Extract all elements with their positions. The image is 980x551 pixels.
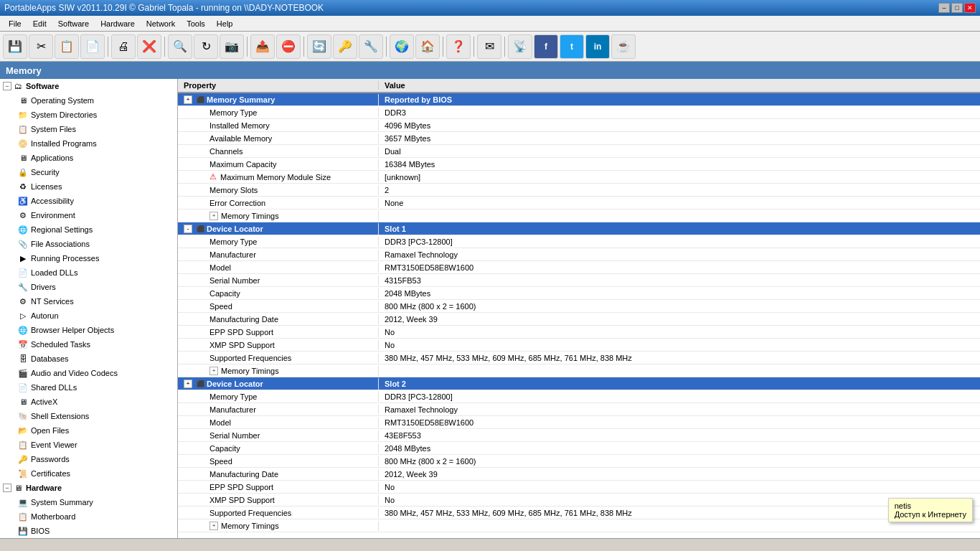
menu-item-hardware[interactable]: Hardware — [95, 16, 141, 31]
sidebar-label: Shared DLLs — [31, 383, 77, 392]
copy-button[interactable]: 📋 — [55, 34, 79, 59]
cell-property: Maximum Capacity — [178, 159, 379, 169]
help-button[interactable]: ❓ — [446, 34, 471, 59]
sidebar-item-open-files[interactable]: 📂Open Files — [0, 423, 177, 438]
facebook-button[interactable]: f — [534, 34, 558, 59]
sidebar-item-environment[interactable]: ⚙Environment — [0, 208, 177, 222]
minimize-button[interactable]: – — [938, 3, 950, 13]
sidebar-item-loaded-dlls[interactable]: 📄Loaded DLLs — [0, 265, 177, 280]
table-header: Property Value — [178, 79, 980, 93]
home-button[interactable]: 🏠 — [415, 34, 440, 59]
menu-item-edit[interactable]: Edit — [27, 16, 52, 31]
key-button[interactable]: 🔑 — [333, 34, 357, 59]
sidebar-item-operating-system[interactable]: 🖥Operating System — [0, 93, 177, 108]
sidebar-item-running-processes[interactable]: ▶Running Processes — [0, 251, 177, 265]
sidebar-item-bios[interactable]: 💾BIOS — [0, 524, 177, 538]
expand-cell[interactable]: - — [184, 225, 192, 233]
sidebar-item-regional-settings[interactable]: 🌐Regional Settings — [0, 222, 177, 237]
table-row[interactable]: -⬛Device LocatorSlot 1 — [178, 222, 980, 235]
cell-property: -⬛Device Locator — [178, 223, 379, 235]
notification-line1: netis — [895, 501, 966, 510]
cut-button[interactable]: ✂ — [29, 34, 53, 59]
sidebar-item-passwords[interactable]: 🔑Passwords — [0, 452, 177, 466]
table-row[interactable]: +⬛Memory SummaryReported by BIOS — [178, 93, 980, 106]
sidebar-item-security[interactable]: 🔒Security — [0, 165, 177, 179]
sidebar-item-accessibility[interactable]: ♿Accessibility — [0, 194, 177, 208]
property-text: Device Locator — [207, 380, 263, 388]
expand-icon[interactable]: − — [3, 82, 11, 90]
expand-cell[interactable]: + — [209, 367, 218, 375]
sidebar-item-file-associations[interactable]: 📎File Associations — [0, 237, 177, 251]
tools-button[interactable]: 🔧 — [359, 34, 383, 59]
sidebar-label: Security — [31, 168, 60, 176]
linkedin-button[interactable]: in — [585, 34, 610, 59]
sidebar-item-shell-extensions[interactable]: 🐚Shell Extensions — [0, 409, 177, 423]
sidebar-item-event-viewer[interactable]: 📋Event Viewer — [0, 438, 177, 452]
sidebar-item-browser-helper-objects[interactable]: 🌐Browser Helper Objects — [0, 323, 177, 337]
property-text: Memory Timings — [221, 522, 279, 530]
expand-cell[interactable]: + — [209, 522, 218, 530]
cell-value — [379, 525, 980, 527]
email-button[interactable]: ✉ — [477, 34, 501, 59]
close-button[interactable]: ❌ — [137, 34, 161, 59]
table-row: Serial Number43E8F553 — [178, 429, 980, 442]
menu-item-tools[interactable]: Tools — [181, 16, 211, 31]
section-row-icon: ⬛ — [195, 224, 205, 234]
sidebar-item-audio-and-video-codecs[interactable]: 🎬Audio and Video Codecs — [0, 366, 177, 380]
expand-cell[interactable]: + — [209, 212, 218, 220]
cell-value: 2012, Week 39 — [379, 469, 980, 479]
sync-button[interactable]: 🔄 — [307, 34, 331, 59]
table-row: Capacity2048 MBytes — [178, 287, 980, 300]
sidebar-item-shared-dlls[interactable]: 📄Shared DLLs — [0, 380, 177, 395]
sidebar-item-nt-services[interactable]: ⚙NT Services — [0, 294, 177, 309]
sidebar[interactable]: −🗂Software🖥Operating System📁System Direc… — [0, 79, 178, 538]
table-row: Speed800 MHz (800 x 2 = 1600) — [178, 455, 980, 468]
sidebar-item-system-files[interactable]: 📋System Files — [0, 122, 177, 136]
refresh-button[interactable]: ↻ — [194, 34, 218, 59]
tree-icon: ▶ — [17, 253, 29, 264]
sidebar-item-certificates[interactable]: 📜Certificates — [0, 466, 177, 481]
twitter-button[interactable]: t — [560, 34, 584, 59]
menu-item-software[interactable]: Software — [52, 16, 95, 31]
titlebar-controls[interactable]: – □ ✕ — [938, 3, 976, 13]
save-button[interactable]: 💾 — [3, 34, 27, 59]
search-button[interactable]: 🔍 — [168, 34, 192, 59]
sidebar-item-installed-programs[interactable]: 📀Installed Programs — [0, 136, 177, 151]
rss-button[interactable]: 📡 — [508, 34, 532, 59]
section-row-icon: ⬛ — [195, 379, 205, 389]
sidebar-item-activex[interactable]: 🖥ActiveX — [0, 395, 177, 409]
expand-cell[interactable]: + — [184, 95, 192, 104]
menu-item-help[interactable]: Help — [211, 16, 239, 31]
menu-item-network[interactable]: Network — [141, 16, 181, 31]
sidebar-item-motherboard[interactable]: 📋Motherboard — [0, 509, 177, 524]
table-row: XMP SPD SupportNo — [178, 339, 980, 352]
sidebar-item-licenses[interactable]: ♻Licenses — [0, 179, 177, 194]
sidebar-label: BIOS — [31, 527, 50, 535]
expand-icon[interactable]: − — [3, 484, 11, 492]
stop-button[interactable]: ⛔ — [276, 34, 301, 59]
close-button[interactable]: ✕ — [964, 3, 976, 13]
menu-item-file[interactable]: File — [3, 16, 27, 31]
print-button[interactable]: 🖨 — [111, 34, 136, 59]
coffee-button[interactable]: ☕ — [611, 34, 636, 59]
toolbar-separator — [164, 37, 165, 57]
sidebar-label: File Associations — [31, 240, 90, 248]
sidebar-item-software[interactable]: −🗂Software — [0, 79, 177, 93]
photo-button[interactable]: 📷 — [220, 34, 244, 59]
maximize-button[interactable]: □ — [951, 3, 963, 13]
cell-property: Speed — [178, 301, 379, 311]
sidebar-item-system-directories[interactable]: 📁System Directories — [0, 108, 177, 122]
globe-button[interactable]: 🌍 — [390, 34, 414, 59]
sidebar-item-autorun[interactable]: ▷Autorun — [0, 309, 177, 323]
sidebar-item-applications[interactable]: 🖥Applications — [0, 151, 177, 165]
table-row[interactable]: +⬛Device LocatorSlot 2 — [178, 377, 980, 390]
sidebar-item-scheduled-tasks[interactable]: 📅Scheduled Tasks — [0, 337, 177, 352]
blank-button[interactable]: 📄 — [80, 34, 105, 59]
sidebar-item-drivers[interactable]: 🔧Drivers — [0, 280, 177, 294]
export-button[interactable]: 📤 — [250, 34, 275, 59]
sidebar-label: System Summary — [31, 498, 93, 507]
sidebar-item-system-summary[interactable]: 💻System Summary — [0, 495, 177, 509]
sidebar-item-databases[interactable]: 🗄Databases — [0, 352, 177, 366]
sidebar-item-hardware[interactable]: −🖥Hardware — [0, 481, 177, 495]
expand-cell[interactable]: + — [184, 380, 192, 388]
